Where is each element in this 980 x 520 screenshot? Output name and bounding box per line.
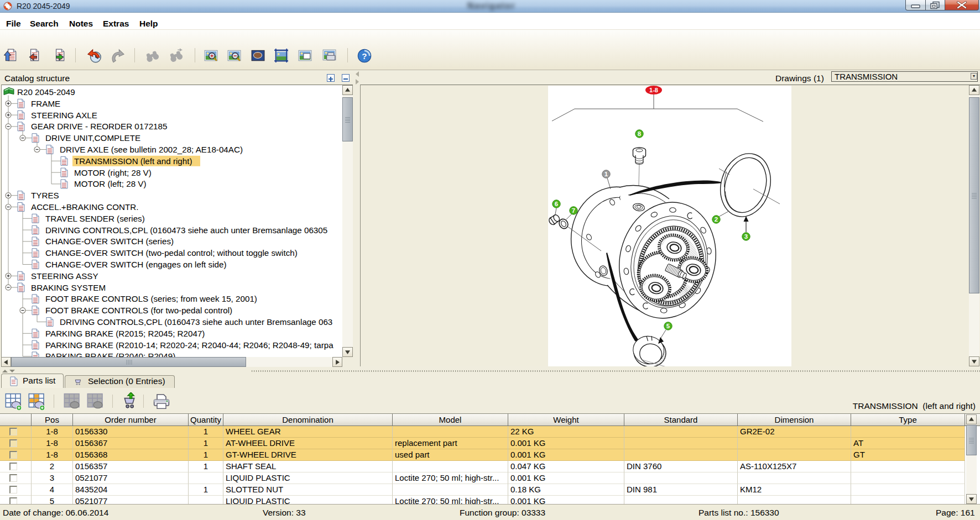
svg-text:TRAVEL SENDER (series): TRAVEL SENDER (series) — [45, 214, 145, 223]
svg-text:ACCEL.+BRAKING CONTR.: ACCEL.+BRAKING CONTR. — [31, 202, 139, 212]
svg-text:6: 6 — [555, 201, 558, 207]
svg-text:3: 3 — [744, 233, 748, 240]
svg-text:PARKING BRAKE (R2015; R2045; R: PARKING BRAKE (R2015; R2045; R2047) — [45, 329, 205, 338]
svg-text:2: 2 — [715, 216, 718, 223]
svg-text:STEERING AXLE: STEERING AXLE — [31, 111, 97, 120]
svg-text:FRAME: FRAME — [31, 99, 60, 108]
svg-text:FOOT BRAKE CONTROLS (for two-p: FOOT BRAKE CONTROLS (for two-pedal contr… — [45, 306, 232, 315]
svg-text:1: 1 — [604, 171, 608, 177]
svg-text:CHANGE-OVER SWITCH (engages on: CHANGE-OVER SWITCH (engages on left side… — [45, 260, 226, 269]
svg-text:CHANGE-OVER SWITCH (series): CHANGE-OVER SWITCH (series) — [45, 237, 174, 246]
svg-text:DRIVE UNIT,COMPLETE: DRIVE UNIT,COMPLETE — [45, 133, 140, 143]
svg-text:DRIVING CONTROLS,CPL (0160473: DRIVING CONTROLS,CPL (0160473 siehe auch… — [60, 317, 332, 327]
svg-text:DRIVING CONTROLS,CPL (0160473: DRIVING CONTROLS,CPL (0160473 siehe auch… — [45, 225, 327, 235]
svg-text:?: ? — [362, 51, 367, 61]
svg-text:TRANSMISSION (left and right): TRANSMISSION (left and right) — [74, 156, 192, 166]
svg-text:CHANGE-OVER SWITCH (two-pedal: CHANGE-OVER SWITCH (two-pedal control; w… — [45, 248, 298, 258]
svg-text:5: 5 — [666, 323, 670, 329]
svg-text:STEERING ASSY: STEERING ASSY — [31, 271, 98, 281]
svg-text:FOOT BRAKE CONTROLS (series; f: FOOT BRAKE CONTROLS (series; from week 1… — [45, 294, 257, 303]
svg-text:7: 7 — [572, 207, 575, 214]
svg-text:BRAKING SYSTEM: BRAKING SYSTEM — [31, 283, 106, 292]
svg-text:8: 8 — [638, 130, 642, 137]
svg-text:MOTOR (left; 28 V): MOTOR (left; 28 V) — [74, 179, 147, 188]
svg-text:PARKING BRAKE (R2040; R2049): PARKING BRAKE (R2040; R2049) — [45, 351, 175, 357]
svg-text:GEAR DRIVE - REORDER 0172185: GEAR DRIVE - REORDER 0172185 — [31, 122, 167, 131]
svg-text:TYRES: TYRES — [31, 191, 59, 200]
svg-text:1-8: 1-8 — [649, 87, 658, 93]
svg-text:R20 2045-2049: R20 2045-2049 — [17, 87, 75, 97]
svg-text:MOTOR (right; 28 V): MOTOR (right; 28 V) — [74, 168, 152, 177]
svg-text:DRIVE AXLE (see bulletin 2002_: DRIVE AXLE (see bulletin 2002_28; AE18-0… — [60, 145, 243, 154]
svg-text:PARKING BRAKE (R2010-14; R2020: PARKING BRAKE (R2010-14; R2020-24; R2040… — [45, 340, 333, 350]
